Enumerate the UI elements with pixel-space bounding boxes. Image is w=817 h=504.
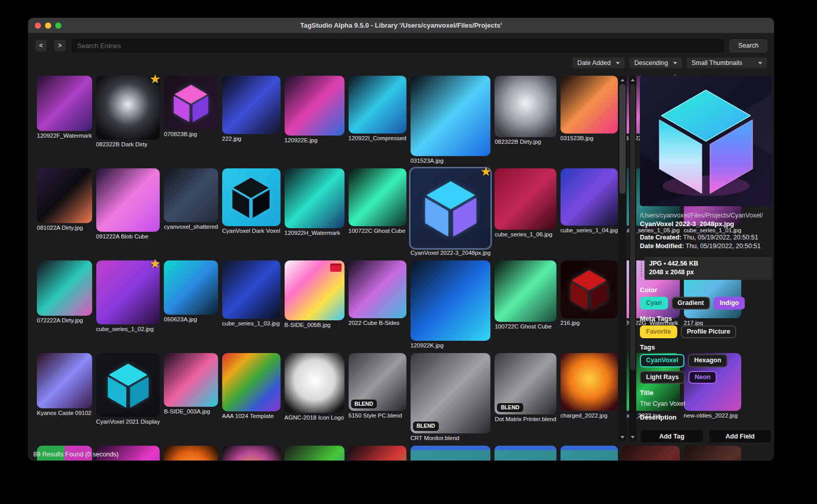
tag-pill[interactable]: Hexagon <box>688 354 727 367</box>
grid-item[interactable]: AGNC-2018 Icon Logo <box>285 353 345 443</box>
grid-item[interactable]: 120922E.jpg <box>285 76 345 165</box>
grid-item-thumbnail[interactable] <box>96 260 160 324</box>
grid-item-thumbnail[interactable] <box>349 260 406 318</box>
tag-pill[interactable]: Profile Picture <box>681 325 737 338</box>
grid-item-thumbnail[interactable] <box>411 168 491 249</box>
add-tag-button[interactable]: Add Tag <box>640 429 704 443</box>
tag-pill[interactable]: Cyan <box>640 297 668 310</box>
grid-item-thumbnail[interactable] <box>561 168 618 226</box>
grid-item[interactable]: GIF cyanvoxel_mono_crt <box>494 446 556 461</box>
grid-item[interactable]: CyanVoxel Dark Voxel <box>222 168 281 258</box>
grid-item[interactable]: Skull Plates Vector <box>222 446 281 461</box>
grid-item-thumbnail[interactable] <box>164 168 218 222</box>
grid-item[interactable]: cube_series_1_02.jpg <box>96 260 160 350</box>
scrollbar-thumb[interactable] <box>630 84 635 370</box>
grid-item[interactable]: 2022 Cube B-Sides <box>349 260 406 350</box>
grid-item[interactable]: perk_machines_32px <box>349 446 406 461</box>
grid-item-thumbnail[interactable] <box>222 76 281 134</box>
tag-pill[interactable]: Indigo <box>714 297 745 310</box>
scrollbar-thumb[interactable] <box>619 84 626 194</box>
grid-item[interactable]: 120922I_Compressed <box>349 76 406 165</box>
grid-item-thumbnail[interactable] <box>37 260 92 316</box>
grid-item[interactable]: BLEND 5150 Style PC.blend <box>349 353 406 443</box>
search-input[interactable] <box>72 39 724 52</box>
search-button[interactable]: Search <box>729 39 767 52</box>
tag-pill[interactable]: CyanVoxel <box>640 354 684 367</box>
grid-item-thumbnail[interactable] <box>561 260 618 318</box>
grid-item-thumbnail[interactable] <box>164 76 218 129</box>
grid-item[interactable]: B-SIDE_003A.jpg <box>164 353 218 443</box>
scroll-up-icon[interactable] <box>618 76 627 83</box>
grid-item-thumbnail[interactable] <box>96 168 160 232</box>
grid-item-thumbnail[interactable] <box>285 353 345 413</box>
grid-item-thumbnail[interactable] <box>561 353 618 411</box>
grid-item[interactable]: 120922H_Watermark <box>285 168 345 258</box>
tag-pill[interactable]: Neon <box>689 371 717 384</box>
grid-item[interactable]: 082322B Dirty.jpg <box>494 76 556 165</box>
grid-item[interactable]: CyanVoxel 2022-3_2048px.jpg <box>411 168 491 258</box>
grid-item[interactable]: cube_series_1_06.jpg <box>494 168 556 258</box>
add-field-button[interactable]: Add Field <box>708 429 772 443</box>
minimize-button[interactable] <box>45 23 51 29</box>
grid-item[interactable]: 082322B Dark Dirty <box>96 76 160 165</box>
grid-item-thumbnail[interactable] <box>684 446 742 461</box>
grid-item-thumbnail[interactable] <box>349 76 406 134</box>
sort-field-dropdown[interactable]: Date Added <box>572 57 625 69</box>
panel-scrollbar[interactable] <box>629 76 636 441</box>
tag-pill[interactable]: Light Rays <box>640 371 685 384</box>
grid-item-thumbnail[interactable] <box>96 76 160 140</box>
grid-item[interactable]: 216.jpg <box>561 260 618 350</box>
grid-item-thumbnail[interactable] <box>349 446 406 461</box>
grid-scrollbar[interactable] <box>618 76 627 441</box>
grid-item-thumbnail[interactable] <box>37 168 92 224</box>
grid-item[interactable]: 031523A.jpg <box>411 76 491 165</box>
grid-item[interactable]: 072222A Dirty.jpg <box>37 260 92 350</box>
grid-item[interactable]: piano_2022.jpg <box>164 446 218 461</box>
grid-item-thumbnail[interactable] <box>622 446 680 461</box>
grid-item-thumbnail[interactable]: GIF <box>561 446 618 461</box>
grid-item-thumbnail[interactable] <box>222 168 281 227</box>
grid-item-thumbnail[interactable] <box>285 446 345 461</box>
grid-item[interactable]: 081022A Dirty.jpg <box>37 168 92 258</box>
grid-item[interactable]: Post 11.png <box>684 446 742 461</box>
grid-item[interactable]: 100722C Ghost Cube <box>494 260 556 350</box>
grid-item-thumbnail[interactable] <box>494 260 556 322</box>
grid-item[interactable]: GIF retro_pc_green@3x <box>411 446 491 461</box>
grid-item-thumbnail[interactable]: BLEND <box>349 353 406 411</box>
grid-item[interactable]: cube_series_1_03.jpg <box>222 260 281 350</box>
grid-item-thumbnail[interactable] <box>411 260 491 341</box>
grid-item[interactable]: GIF cyanvoxel_dot_matrix <box>561 446 618 461</box>
grid-item-thumbnail[interactable] <box>164 446 218 461</box>
grid-item[interactable]: 070823B.jpg <box>164 76 218 165</box>
grid-item[interactable]: 091222A Blob Cube <box>96 168 160 258</box>
grid-item[interactable]: 031523B.jpg <box>561 76 618 165</box>
thumbnail-size-dropdown[interactable]: Small Thumbnails <box>686 57 767 69</box>
grid-item[interactable]: BLEND Dot Matrix Printer.blend <box>494 353 556 443</box>
maximize-button[interactable] <box>55 23 61 29</box>
grid-item[interactable]: charged_2022.jpg <box>561 353 618 443</box>
scroll-down-icon[interactable] <box>618 433 627 441</box>
grid-item[interactable]: 222.jpg <box>222 76 281 165</box>
grid-item-thumbnail[interactable]: GIF <box>411 446 491 461</box>
close-button[interactable] <box>35 23 41 29</box>
grid-item-thumbnail[interactable]: BLEND <box>411 353 491 433</box>
grid-item-thumbnail[interactable] <box>349 168 406 226</box>
grid-item[interactable]: AAA 1024 Template <box>222 353 281 443</box>
grid-item[interactable]: CyanVoxel 2021 Display <box>96 353 160 443</box>
grid-item-thumbnail[interactable] <box>96 353 160 417</box>
grid-item[interactable]: Kyanos Caste 09102 <box>37 353 92 443</box>
tag-pill[interactable]: Favorite <box>640 325 677 338</box>
tag-pill[interactable]: Gradient <box>672 297 710 310</box>
grid-item-thumbnail[interactable]: BLEND <box>494 353 556 414</box>
grid-item[interactable]: BLEND CRT Monitor.blend <box>411 353 491 443</box>
grid-item-thumbnail[interactable] <box>164 260 218 314</box>
grid-item-thumbnail[interactable] <box>561 76 618 134</box>
grid-item-thumbnail[interactable] <box>222 260 281 319</box>
grid-item-thumbnail[interactable] <box>285 168 345 228</box>
grid-item-thumbnail[interactable]: GIF <box>494 446 556 461</box>
grid-item[interactable]: cyanvoxel_shattered <box>164 168 218 258</box>
grid-item[interactable]: 050623A.jpg <box>164 260 218 350</box>
grid-item[interactable]: B-SIDE_005B.jpg <box>285 260 345 350</box>
grid-item-thumbnail[interactable] <box>222 446 281 461</box>
grid-item-thumbnail[interactable] <box>37 353 92 408</box>
